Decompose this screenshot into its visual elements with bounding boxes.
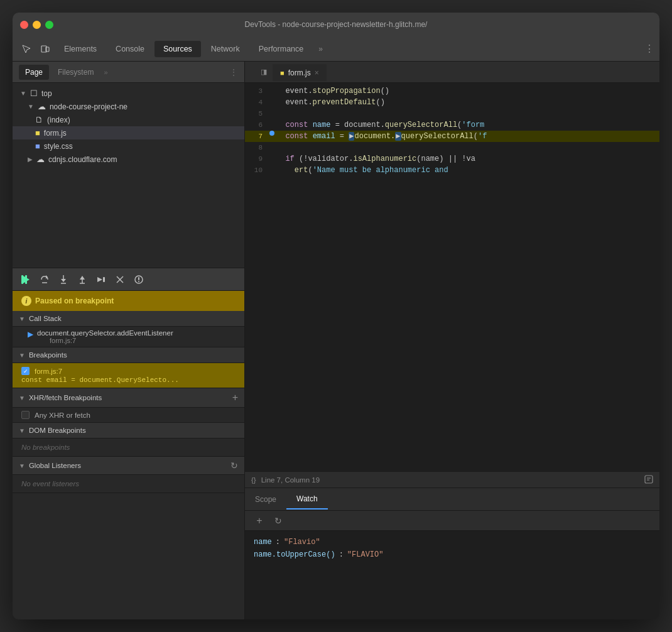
info-icon: i (21, 296, 31, 306)
breakpoint-item-0[interactable]: ✓ form.js:7 const email = document.Query… (13, 363, 244, 388)
tree-item-index[interactable]: 🗋 (index) (13, 113, 244, 126)
dom-breakpoints-label: DOM Breakpoints (29, 427, 86, 434)
status-bar: {} Line 7, Column 19 (245, 471, 659, 488)
tree-label-stylecss: style.css (44, 142, 73, 151)
dom-breakpoints-header[interactable]: ▼ DOM Breakpoints (13, 423, 244, 439)
watch-expr-1: name.toUpperCase() : "FLAVIO" (254, 548, 651, 561)
step-into-button[interactable] (57, 273, 70, 286)
step-button[interactable] (94, 273, 108, 286)
call-stack-item-0[interactable]: ▶ document.querySelector.addEventListene… (13, 327, 244, 347)
debug-toolbar (13, 268, 244, 291)
svg-rect-3 (21, 275, 23, 284)
close-button[interactable] (20, 21, 28, 29)
more-left-tabs[interactable]: » (104, 68, 107, 76)
svg-rect-15 (138, 277, 139, 280)
cloud-icon: ☁ (38, 102, 46, 111)
xhr-add-button[interactable]: + (232, 392, 238, 403)
toggle-sidebar-icon[interactable]: ◨ (255, 63, 273, 81)
call-stack-header[interactable]: ▼ Call Stack (13, 311, 244, 327)
tab-sources[interactable]: Sources (154, 41, 201, 57)
maximize-button[interactable] (45, 21, 53, 29)
tree-label-index: (index) (47, 116, 70, 124)
tab-network[interactable]: Network (202, 41, 249, 57)
source-tabs: ◨ ■ form.js × (245, 62, 659, 83)
cursor-position: Line 7, Column 19 (261, 476, 320, 484)
goto-line-icon[interactable] (644, 475, 653, 485)
breakpoint-file-0: form.js:7 (35, 368, 62, 375)
left-panel-menu[interactable]: ⋮ (229, 67, 238, 77)
pause-on-exception-button[interactable] (132, 273, 146, 286)
global-listeners-header[interactable]: ▼ Global Listeners ↻ (13, 457, 244, 475)
source-tab-formjs[interactable]: ■ form.js × (273, 64, 327, 81)
watch-refresh-button[interactable]: ↻ (271, 514, 285, 528)
watch-add-button[interactable]: + (252, 514, 266, 528)
source-tab-close[interactable]: × (315, 68, 319, 77)
main-area: Page Filesystem » ⋮ ▼ ☐ top ▼ ☁ node-cou… (13, 62, 659, 619)
xhr-breakpoints-content: Any XHR or fetch (13, 408, 244, 423)
tab-scope[interactable]: Scope (245, 490, 286, 509)
line-num-7: 7 (245, 131, 268, 142)
bp-dot-7 (268, 131, 276, 136)
index-file-icon: 🗋 (35, 115, 43, 124)
line-num-3: 3 (245, 85, 268, 97)
step-out-button[interactable] (75, 273, 89, 286)
tree-item-node-course[interactable]: ▼ ☁ node-course-project-ne (13, 100, 244, 113)
breakpoint-checkbox-0[interactable]: ✓ (21, 367, 30, 375)
watch-colon-1: : (339, 550, 344, 559)
tab-filesystem[interactable]: Filesystem (51, 65, 100, 80)
step-over-button[interactable] (38, 273, 51, 286)
code-editor[interactable]: 3 event.stopPropagation() 4 event.preven… (245, 83, 659, 471)
tab-performance[interactable]: Performance (250, 41, 313, 57)
right-panel: ◨ ■ form.js × 3 event.stopPropagation() (245, 62, 659, 619)
svg-rect-4 (25, 275, 27, 284)
tab-watch[interactable]: Watch (286, 489, 328, 509)
global-refresh-button[interactable]: ↻ (230, 460, 238, 471)
more-tabs-button[interactable]: » (313, 45, 328, 53)
xhr-item-0[interactable]: Any XHR or fetch (13, 408, 244, 422)
tab-elements[interactable]: Elements (55, 41, 106, 57)
breakpoints-arrow: ▼ (19, 352, 25, 359)
code-line-9: 9 if (!validator.isAlphanumeric(name) ||… (245, 153, 659, 165)
inspect-icon[interactable] (18, 40, 35, 58)
tab-console[interactable]: Console (107, 41, 153, 57)
left-panel-tabs: Page Filesystem » ⋮ (13, 62, 244, 83)
watch-toolbar: + ↻ (245, 511, 659, 531)
watch-colon-0: : (276, 538, 280, 547)
tree-item-cdnjs[interactable]: ▶ ☁ cdnjs.cloudflare.com (13, 153, 244, 166)
js-file-icon: ■ (35, 128, 40, 138)
pause-status-text: Paused on breakpoint (35, 297, 114, 305)
dom-arrow: ▼ (19, 427, 25, 434)
global-listeners-label: Global Listeners (29, 462, 81, 469)
line-num-4: 4 (245, 97, 268, 108)
line-num-5: 5 (245, 108, 268, 119)
global-arrow: ▼ (19, 462, 25, 469)
deactivate-button[interactable] (113, 273, 127, 286)
tab-page[interactable]: Page (19, 65, 49, 80)
tree-label-formjs: form.js (44, 129, 67, 138)
tree-item-formjs[interactable]: ■ form.js (13, 126, 244, 139)
breakpoints-label: Breakpoints (29, 351, 67, 359)
minimize-button[interactable] (33, 21, 41, 29)
tree-arrow-cdnjs: ▶ (28, 156, 33, 163)
watch-tab-bar: Scope Watch (245, 488, 659, 511)
xhr-checkbox-0[interactable] (21, 411, 30, 419)
format-button[interactable]: {} (251, 476, 256, 484)
xhr-breakpoints-header[interactable]: ▼ XHR/fetch Breakpoints + (13, 388, 244, 408)
line-num-8: 8 (245, 142, 268, 153)
tree-item-top[interactable]: ▼ ☐ top (13, 87, 244, 100)
watch-expr-0: name : "Flavio" (254, 536, 651, 548)
breakpoints-header[interactable]: ▼ Breakpoints (13, 347, 244, 363)
tree-arrow-node: ▼ (28, 103, 34, 110)
tree-item-stylecss[interactable]: ■ style.css (13, 139, 244, 153)
device-toggle-icon[interactable] (36, 40, 54, 58)
resume-button[interactable] (19, 273, 33, 286)
source-tab-label: form.js (288, 68, 311, 77)
global-no-listeners: No event listeners (13, 475, 244, 493)
menu-dots-button[interactable]: ⋮ (644, 43, 654, 55)
traffic-lights (20, 21, 53, 29)
global-listeners-content: No event listeners (13, 475, 244, 493)
debug-scroll-area: i Paused on breakpoint ▼ Call Stack ▶ do… (13, 291, 244, 619)
line-num-9: 9 (245, 153, 268, 165)
watch-scope-panel: Scope Watch + ↻ name : "Flavio" name.toU… (245, 488, 659, 619)
xhr-item-label-0: Any XHR or fetch (35, 411, 90, 419)
